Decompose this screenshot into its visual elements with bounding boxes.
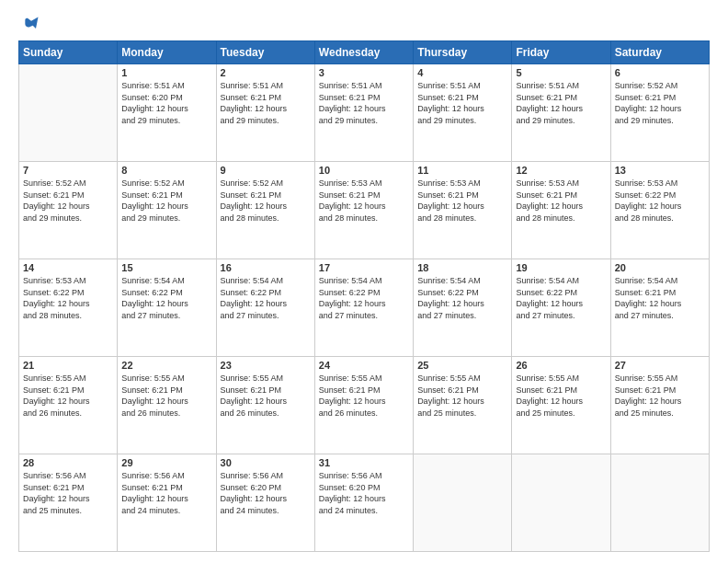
day-number: 25	[417, 360, 507, 371]
day-number: 20	[615, 262, 705, 273]
day-info: Sunrise: 5:51 AM Sunset: 6:21 PM Dayligh…	[417, 80, 507, 126]
day-info: Sunrise: 5:51 AM Sunset: 6:20 PM Dayligh…	[121, 80, 211, 126]
calendar-day-cell: 30Sunrise: 5:56 AM Sunset: 6:20 PM Dayli…	[216, 454, 314, 552]
calendar-day-cell: 13Sunrise: 5:53 AM Sunset: 6:22 PM Dayli…	[610, 162, 709, 259]
day-info: Sunrise: 5:52 AM Sunset: 6:21 PM Dayligh…	[615, 80, 705, 126]
day-number: 21	[23, 360, 113, 371]
calendar-week-row: 21Sunrise: 5:55 AM Sunset: 6:21 PM Dayli…	[19, 357, 710, 454]
calendar-day-cell: 18Sunrise: 5:54 AM Sunset: 6:22 PM Dayli…	[414, 259, 512, 357]
logo-bird-icon	[22, 15, 40, 33]
calendar-day-cell: 20Sunrise: 5:54 AM Sunset: 6:21 PM Dayli…	[610, 259, 709, 357]
day-info: Sunrise: 5:55 AM Sunset: 6:21 PM Dayligh…	[516, 373, 606, 419]
calendar-day-cell: 27Sunrise: 5:55 AM Sunset: 6:21 PM Dayli…	[610, 357, 709, 454]
day-number: 2	[221, 67, 311, 78]
day-number: 10	[319, 165, 409, 176]
calendar-week-row: 14Sunrise: 5:53 AM Sunset: 6:22 PM Dayli…	[19, 259, 710, 357]
day-number: 3	[319, 67, 409, 78]
calendar-day-cell: 5Sunrise: 5:51 AM Sunset: 6:21 PM Daylig…	[512, 64, 610, 162]
calendar-day-cell: 19Sunrise: 5:54 AM Sunset: 6:22 PM Dayli…	[512, 259, 610, 357]
calendar-day-cell	[19, 64, 118, 162]
day-number: 24	[319, 360, 409, 371]
calendar-day-cell	[512, 454, 610, 552]
calendar-day-cell: 15Sunrise: 5:54 AM Sunset: 6:22 PM Dayli…	[118, 259, 216, 357]
calendar-day-cell: 31Sunrise: 5:56 AM Sunset: 6:20 PM Dayli…	[314, 454, 413, 552]
day-number: 27	[615, 360, 705, 371]
calendar-day-cell: 23Sunrise: 5:55 AM Sunset: 6:21 PM Dayli…	[216, 357, 314, 454]
day-info: Sunrise: 5:53 AM Sunset: 6:22 PM Dayligh…	[23, 275, 113, 321]
day-info: Sunrise: 5:55 AM Sunset: 6:21 PM Dayligh…	[23, 373, 113, 419]
calendar-day-cell: 3Sunrise: 5:51 AM Sunset: 6:21 PM Daylig…	[314, 64, 413, 162]
day-info: Sunrise: 5:55 AM Sunset: 6:21 PM Dayligh…	[121, 373, 211, 419]
day-number: 17	[319, 262, 409, 273]
day-info: Sunrise: 5:56 AM Sunset: 6:20 PM Dayligh…	[319, 470, 409, 516]
day-info: Sunrise: 5:52 AM Sunset: 6:21 PM Dayligh…	[221, 178, 311, 224]
calendar-day-cell: 17Sunrise: 5:54 AM Sunset: 6:22 PM Dayli…	[314, 259, 413, 357]
day-number: 26	[516, 360, 606, 371]
calendar-day-cell: 4Sunrise: 5:51 AM Sunset: 6:21 PM Daylig…	[414, 64, 512, 162]
day-info: Sunrise: 5:51 AM Sunset: 6:21 PM Dayligh…	[516, 80, 606, 126]
calendar-day-cell: 10Sunrise: 5:53 AM Sunset: 6:21 PM Dayli…	[314, 162, 413, 259]
day-number: 16	[221, 262, 311, 273]
day-info: Sunrise: 5:53 AM Sunset: 6:21 PM Dayligh…	[319, 178, 409, 224]
day-info: Sunrise: 5:55 AM Sunset: 6:21 PM Dayligh…	[221, 373, 311, 419]
calendar-day-header: Monday	[118, 41, 216, 64]
day-number: 13	[615, 165, 705, 176]
calendar-day-cell: 16Sunrise: 5:54 AM Sunset: 6:22 PM Dayli…	[216, 259, 314, 357]
day-info: Sunrise: 5:55 AM Sunset: 6:21 PM Dayligh…	[319, 373, 409, 419]
calendar-day-header: Friday	[512, 41, 610, 64]
calendar-day-cell: 14Sunrise: 5:53 AM Sunset: 6:22 PM Dayli…	[19, 259, 118, 357]
calendar-header-row: SundayMondayTuesdayWednesdayThursdayFrid…	[19, 41, 710, 64]
calendar-day-cell: 29Sunrise: 5:56 AM Sunset: 6:21 PM Dayli…	[118, 454, 216, 552]
day-number: 31	[319, 457, 409, 468]
calendar-table: SundayMondayTuesdayWednesdayThursdayFrid…	[18, 40, 710, 552]
calendar-week-row: 28Sunrise: 5:56 AM Sunset: 6:21 PM Dayli…	[19, 454, 710, 552]
day-info: Sunrise: 5:54 AM Sunset: 6:22 PM Dayligh…	[319, 275, 409, 321]
day-number: 6	[615, 67, 705, 78]
calendar-day-cell: 21Sunrise: 5:55 AM Sunset: 6:21 PM Dayli…	[19, 357, 118, 454]
calendar-day-cell: 22Sunrise: 5:55 AM Sunset: 6:21 PM Dayli…	[118, 357, 216, 454]
day-number: 8	[121, 165, 211, 176]
day-number: 28	[23, 457, 113, 468]
calendar-day-cell: 7Sunrise: 5:52 AM Sunset: 6:21 PM Daylig…	[19, 162, 118, 259]
day-info: Sunrise: 5:51 AM Sunset: 6:21 PM Dayligh…	[221, 80, 311, 126]
day-number: 12	[516, 165, 606, 176]
day-number: 18	[417, 262, 507, 273]
day-info: Sunrise: 5:52 AM Sunset: 6:21 PM Dayligh…	[121, 178, 211, 224]
day-number: 23	[221, 360, 311, 371]
day-info: Sunrise: 5:56 AM Sunset: 6:20 PM Dayligh…	[221, 470, 311, 516]
logo	[18, 15, 40, 33]
calendar-day-header: Wednesday	[314, 41, 413, 64]
calendar-day-header: Sunday	[19, 41, 118, 64]
day-number: 14	[23, 262, 113, 273]
day-number: 22	[121, 360, 211, 371]
calendar-day-header: Tuesday	[216, 41, 314, 64]
day-info: Sunrise: 5:54 AM Sunset: 6:21 PM Dayligh…	[615, 275, 705, 321]
day-number: 5	[516, 67, 606, 78]
calendar-day-cell	[414, 454, 512, 552]
calendar-week-row: 7Sunrise: 5:52 AM Sunset: 6:21 PM Daylig…	[19, 162, 710, 259]
header	[18, 15, 710, 33]
calendar-day-cell: 12Sunrise: 5:53 AM Sunset: 6:21 PM Dayli…	[512, 162, 610, 259]
calendar-day-header: Saturday	[610, 41, 709, 64]
day-number: 30	[221, 457, 311, 468]
day-info: Sunrise: 5:56 AM Sunset: 6:21 PM Dayligh…	[23, 470, 113, 516]
day-number: 7	[23, 165, 113, 176]
day-info: Sunrise: 5:55 AM Sunset: 6:21 PM Dayligh…	[615, 373, 705, 419]
calendar-day-header: Thursday	[414, 41, 512, 64]
day-info: Sunrise: 5:52 AM Sunset: 6:21 PM Dayligh…	[23, 178, 113, 224]
calendar-week-row: 1Sunrise: 5:51 AM Sunset: 6:20 PM Daylig…	[19, 64, 710, 162]
day-info: Sunrise: 5:54 AM Sunset: 6:22 PM Dayligh…	[417, 275, 507, 321]
day-info: Sunrise: 5:55 AM Sunset: 6:21 PM Dayligh…	[417, 373, 507, 419]
day-info: Sunrise: 5:53 AM Sunset: 6:21 PM Dayligh…	[417, 178, 507, 224]
day-number: 29	[121, 457, 211, 468]
calendar-day-cell: 8Sunrise: 5:52 AM Sunset: 6:21 PM Daylig…	[118, 162, 216, 259]
day-number: 11	[417, 165, 507, 176]
day-info: Sunrise: 5:56 AM Sunset: 6:21 PM Dayligh…	[121, 470, 211, 516]
day-info: Sunrise: 5:53 AM Sunset: 6:21 PM Dayligh…	[516, 178, 606, 224]
day-info: Sunrise: 5:54 AM Sunset: 6:22 PM Dayligh…	[121, 275, 211, 321]
day-number: 15	[121, 262, 211, 273]
calendar-day-cell: 28Sunrise: 5:56 AM Sunset: 6:21 PM Dayli…	[19, 454, 118, 552]
calendar-day-cell: 24Sunrise: 5:55 AM Sunset: 6:21 PM Dayli…	[314, 357, 413, 454]
day-info: Sunrise: 5:54 AM Sunset: 6:22 PM Dayligh…	[221, 275, 311, 321]
calendar-day-cell	[610, 454, 709, 552]
